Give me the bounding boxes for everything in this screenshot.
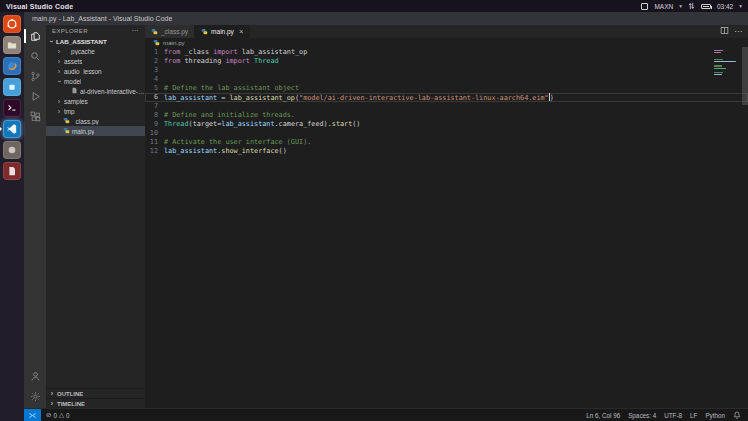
chevron-icon: › <box>48 38 55 44</box>
chevron-icon: › <box>56 48 62 55</box>
line-number: 1 <box>145 48 164 57</box>
run-debug-icon[interactable] <box>24 86 46 106</box>
firefox-icon[interactable] <box>3 57 21 75</box>
explorer-icon[interactable] <box>24 26 46 46</box>
remote-indicator[interactable] <box>24 409 41 421</box>
line-text: Thread(target=lab_assistant.camera_feed)… <box>164 120 360 129</box>
code-editor[interactable]: 1from _class import lab_assistant_op2fro… <box>145 47 748 408</box>
session-menu-icon[interactable]: ▾ <box>739 3 742 9</box>
chevron-icon: › <box>56 68 62 75</box>
tree-item-audio-lesson[interactable]: ›audio_lesson <box>46 66 145 76</box>
code-line-1[interactable]: 1from _class import lab_assistant_op <box>145 48 748 57</box>
ubuntu-dock <box>0 12 24 421</box>
close-tab-icon[interactable]: × <box>239 27 243 36</box>
file-tree: ›__pycache__›assets›audio_lesson›modelai… <box>46 46 145 136</box>
editor-more-actions-icon[interactable]: ⋯ <box>734 27 742 36</box>
account-icon[interactable] <box>24 366 46 386</box>
explorer-more-actions-icon[interactable]: ⋯ <box>132 27 139 35</box>
tree-item-pycache[interactable]: ›__pycache__ <box>46 46 145 56</box>
tree-item-ai-driven-interactive-lab-assistant[interactable]: ai-driven-interactive-lab-assistant-... <box>46 86 145 96</box>
performance-icon[interactable] <box>641 3 648 10</box>
libreoffice-icon[interactable] <box>3 162 21 180</box>
tree-item-label: assets <box>64 58 82 65</box>
editor-area: _class.pymain.py× ⋯ <box>145 25 748 408</box>
language-mode[interactable]: Python <box>705 412 725 419</box>
workspace-root-label: LAB_ASSISTANT <box>56 38 107 45</box>
notifications-bell-icon[interactable] <box>733 411 741 420</box>
software-icon[interactable] <box>3 78 21 96</box>
terminal-icon[interactable] <box>3 99 21 117</box>
ubuntu-top-panel: Visual Studio Code MAXN ▾ 03:42 ▾ <box>0 0 748 12</box>
source-control-icon[interactable] <box>24 66 46 86</box>
tree-item-main-py[interactable]: main.py <box>46 126 145 136</box>
error-icon: ⊘ <box>46 411 51 419</box>
ubuntu-icon[interactable] <box>3 15 21 33</box>
line-number: 6 <box>145 93 164 102</box>
tree-item-model[interactable]: ›model <box>46 76 145 86</box>
eim-file-icon <box>71 87 78 95</box>
line-text: lab_assistant = lab_assistant_op("model/… <box>164 93 554 103</box>
outline-section-label: OUTLINE <box>57 391 83 397</box>
problems-indicator[interactable]: ⊘ 0 △ 0 <box>46 411 69 419</box>
split-editor-icon[interactable] <box>720 26 729 37</box>
code-line-11[interactable]: 11# Activate the user interface (GUI). <box>145 138 748 147</box>
chevron-icon: › <box>56 58 62 65</box>
clock-label[interactable]: 03:42 <box>717 3 733 10</box>
python-file-icon <box>63 127 70 135</box>
code-line-2[interactable]: 2from threading import Thread <box>145 57 748 66</box>
python-file-icon <box>153 39 160 47</box>
python-file-icon <box>201 28 208 36</box>
code-line-8[interactable]: 8# Define and initialize threads. <box>145 111 748 120</box>
battery-icon[interactable] <box>701 4 711 9</box>
code-line-4[interactable]: 4 <box>145 75 748 84</box>
tree-item-assets[interactable]: ›assets <box>46 56 145 66</box>
timeline-section[interactable]: › TIMELINE <box>46 398 145 408</box>
outline-section[interactable]: › OUTLINE <box>46 388 145 398</box>
vscode-icon[interactable] <box>3 120 21 138</box>
search-icon[interactable] <box>24 46 46 66</box>
line-text: # Define and initialize threads. <box>164 111 295 120</box>
code-line-12[interactable]: 12lab_assistant.show_interface() <box>145 147 748 156</box>
sidebar-bottom-sections: › OUTLINE › TIMELINE <box>46 388 145 408</box>
extensions-icon[interactable] <box>24 106 46 126</box>
tab--class-py[interactable]: _class.py <box>145 25 195 38</box>
cursor-position[interactable]: Ln 6, Col 96 <box>586 412 620 419</box>
minimap[interactable] <box>714 50 738 76</box>
code-line-9[interactable]: 9Thread(target=lab_assistant.camera_feed… <box>145 120 748 129</box>
code-line-6[interactable]: 6lab_assistant = lab_assistant_op("model… <box>145 93 748 102</box>
breadcrumb[interactable]: main.py <box>145 38 748 47</box>
tab-label: main.py <box>211 28 234 35</box>
tree-item-label: main.py <box>72 128 94 135</box>
error-count: 0 <box>53 412 57 419</box>
code-line-5[interactable]: 5# Define the lab assistant object <box>145 84 748 93</box>
gimp-icon[interactable] <box>3 141 21 159</box>
encoding-setting[interactable]: UTF-8 <box>664 412 682 419</box>
tab-main-py[interactable]: main.py× <box>195 25 250 38</box>
network-icon[interactable] <box>688 2 695 11</box>
workspace-root-folder[interactable]: › LAB_ASSISTANT <box>46 36 145 46</box>
scrollbar-thumb[interactable] <box>742 47 748 105</box>
settings-icon[interactable] <box>24 386 46 406</box>
chevron-icon: › <box>56 98 62 105</box>
line-number: 4 <box>145 75 164 84</box>
code-line-3[interactable]: 3 <box>145 66 748 75</box>
indentation-setting[interactable]: Spaces: 4 <box>628 412 656 419</box>
tab-label: _class.py <box>161 28 188 35</box>
line-text: from _class import lab_assistant_op <box>164 48 307 57</box>
timeline-section-label: TIMELINE <box>57 401 85 407</box>
tree-item-label: model <box>64 78 81 85</box>
line-number: 9 <box>145 120 164 129</box>
chevron-icon: › <box>49 390 55 397</box>
code-line-10[interactable]: 10 <box>145 129 748 138</box>
eol-setting[interactable]: LF <box>690 412 697 419</box>
editor-tab-bar: _class.pymain.py× ⋯ <box>145 25 748 38</box>
tree-item-label: audio_lesson <box>64 68 102 75</box>
files-icon[interactable] <box>3 36 21 54</box>
line-number: 7 <box>145 102 164 111</box>
tree-item-class-py[interactable]: _class.py <box>46 116 145 126</box>
code-line-7[interactable]: 7 <box>145 102 748 111</box>
tree-item-tmp[interactable]: ›tmp <box>46 106 145 116</box>
tree-item-samples[interactable]: ›samples <box>46 96 145 106</box>
line-text: # Activate the user interface (GUI). <box>164 138 311 147</box>
performance-mode-label[interactable]: MAXN <box>654 3 673 10</box>
